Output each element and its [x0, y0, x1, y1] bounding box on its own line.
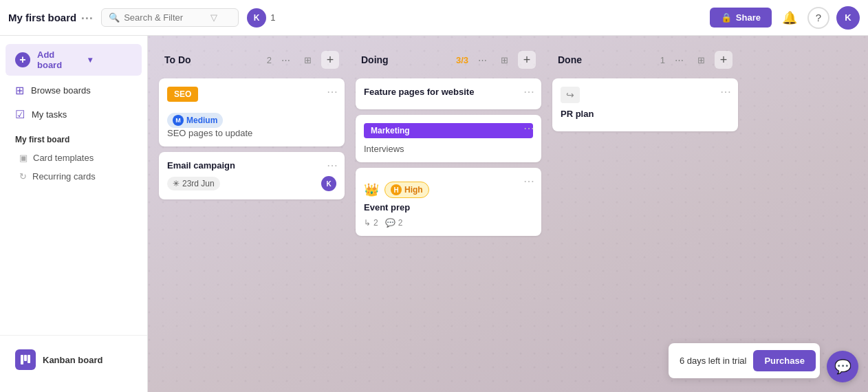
- svg-rect-2: [28, 355, 30, 363]
- sidebar-item-kanban-board[interactable]: Kanban board: [10, 344, 138, 375]
- card-templates-icon: ▣: [19, 153, 28, 163]
- board-section-label: My first board: [0, 127, 147, 149]
- column-done-menu-icon[interactable]: ⋯: [671, 52, 687, 68]
- recurring-cards-icon: ↻: [19, 171, 27, 182]
- card-marketing-menu-icon[interactable]: ⋯: [523, 122, 534, 135]
- board-title-menu-icon[interactable]: ⋯: [80, 10, 93, 25]
- column-doing-count: 3/3: [456, 55, 468, 65]
- column-done-add-button[interactable]: +: [715, 51, 733, 69]
- sidebar-item-my-tasks[interactable]: ☑ My tasks: [0, 102, 147, 127]
- card-seo-priority-badge: M Medium: [167, 113, 223, 128]
- chat-icon: 💬: [834, 358, 851, 375]
- link-icon: ↳: [364, 218, 371, 228]
- lock-icon: 🔒: [721, 12, 732, 23]
- add-board-button[interactable]: + Add board ▾: [6, 44, 142, 76]
- card-email-meta: ✳ 23rd Jun K: [167, 176, 336, 191]
- card-event-stats: ↳ 2 💬 2: [364, 218, 533, 228]
- sidebar-item-recurring-cards[interactable]: ↻ Recurring cards: [0, 167, 147, 186]
- my-tasks-icon: ☑: [15, 108, 25, 121]
- column-todo-title: To Do: [164, 54, 261, 65]
- search-input[interactable]: [124, 12, 206, 23]
- card-pr: ⋯ ↪ PR plan: [552, 78, 738, 131]
- browse-boards-label: Browse boards: [31, 85, 91, 96]
- help-button[interactable]: ?: [807, 7, 829, 29]
- medium-badge-icon: M: [173, 115, 184, 126]
- card-event-title: Event prep: [364, 202, 533, 213]
- kanban-board-label: Kanban board: [43, 355, 102, 365]
- member-count: 1: [270, 12, 275, 23]
- comment-icon: 💬: [385, 218, 395, 228]
- topbar-right: 🔒 Share 🔔 ? K: [710, 6, 860, 30]
- column-todo-view-icon[interactable]: ⊞: [299, 52, 316, 68]
- card-event-comments: 💬 2: [385, 218, 403, 228]
- recurring-cards-label: Recurring cards: [32, 171, 96, 182]
- user-avatar[interactable]: K: [836, 6, 860, 30]
- svg-rect-0: [21, 355, 23, 364]
- purchase-button[interactable]: Purchase: [753, 350, 816, 371]
- card-event-priority-badge: H High: [384, 182, 429, 198]
- trial-text: 6 days left in trial: [680, 356, 747, 366]
- card-pr-forward-icon: ↪: [561, 87, 580, 103]
- chat-bubble-button[interactable]: 💬: [827, 351, 858, 382]
- column-doing-header: Doing 3/3 ⋯ ⊞ +: [356, 47, 541, 73]
- kanban-icon: [15, 349, 36, 370]
- share-button[interactable]: 🔒 Share: [710, 8, 772, 28]
- card-email-title: Email campaign: [167, 160, 336, 171]
- card-seo-meta: M Medium: [167, 113, 336, 128]
- trial-bar: 6 days left in trial Purchase: [669, 343, 820, 378]
- column-todo-menu-icon[interactable]: ⋯: [277, 52, 294, 68]
- board-title-text: My first board: [8, 12, 76, 23]
- card-feature-title: Feature pages for website: [364, 87, 533, 97]
- add-board-label: Add board: [37, 50, 81, 70]
- column-doing-add-button[interactable]: +: [518, 51, 536, 69]
- card-email-avatar: K: [321, 176, 336, 191]
- notifications-button[interactable]: 🔔: [779, 7, 801, 29]
- card-seo-menu-icon[interactable]: ⋯: [327, 85, 338, 98]
- column-done-title: Done: [558, 54, 655, 65]
- card-event-meta: 👑 H High: [364, 182, 533, 198]
- sidebar-item-card-templates[interactable]: ▣ Card templates: [0, 149, 147, 167]
- sun-icon: ✳: [173, 179, 180, 188]
- member-avatars: K 1: [247, 8, 275, 28]
- column-todo: To Do 2 ⋯ ⊞ + ⋯ SEO M Medium: [159, 47, 345, 381]
- sidebar-item-browse-boards[interactable]: ⊞ Browse boards: [0, 78, 147, 102]
- card-feature-menu-icon[interactable]: ⋯: [523, 85, 534, 98]
- column-doing: Doing 3/3 ⋯ ⊞ + ⋯ Feature pages for webs…: [356, 47, 541, 381]
- sidebar-bottom: Kanban board: [0, 335, 147, 384]
- column-todo-count: 2: [267, 55, 272, 65]
- card-event: ⋯ 👑 H High Event prep ↳ 2: [356, 168, 541, 236]
- main-layout: + Add board ▾ ⊞ Browse boards ☑ My tasks…: [0, 36, 868, 392]
- card-event-links: ↳ 2: [364, 218, 378, 228]
- column-todo-header: To Do 2 ⋯ ⊞ +: [159, 47, 345, 73]
- plus-icon: +: [15, 52, 30, 67]
- column-todo-add-button[interactable]: +: [321, 51, 339, 69]
- board-area: To Do 2 ⋯ ⊞ + ⋯ SEO M Medium: [148, 36, 868, 392]
- card-marketing-body: Interviews: [364, 144, 533, 154]
- card-feature: ⋯ Feature pages for website: [356, 78, 541, 109]
- column-done: Done 1 ⋯ ⊞ + ⋯ ↪ PR plan: [552, 47, 738, 381]
- search-icon: 🔍: [109, 12, 120, 23]
- card-email: ⋯ Email campaign ✳ 23rd Jun K: [159, 152, 345, 199]
- column-doing-title: Doing: [361, 54, 451, 65]
- share-label: Share: [736, 12, 761, 23]
- card-seo-label: SEO: [167, 87, 198, 102]
- column-done-view-icon[interactable]: ⊞: [693, 52, 709, 68]
- column-doing-menu-icon[interactable]: ⋯: [474, 52, 490, 68]
- high-badge-icon: H: [391, 184, 402, 195]
- card-event-menu-icon[interactable]: ⋯: [523, 175, 534, 188]
- card-seo: ⋯ SEO M Medium SEO pages to update: [159, 78, 345, 146]
- card-pr-title: PR plan: [561, 109, 730, 119]
- svg-rect-1: [24, 355, 27, 361]
- chevron-down-icon: ▾: [88, 55, 132, 65]
- card-email-menu-icon[interactable]: ⋯: [327, 159, 338, 172]
- board-title: My first board ⋯: [8, 10, 93, 25]
- card-seo-body: SEO pages to update: [167, 128, 336, 138]
- column-done-count: 1: [660, 55, 665, 65]
- search-bar: 🔍 ▽: [101, 8, 239, 27]
- browse-boards-icon: ⊞: [15, 84, 24, 97]
- card-email-date-badge: ✳ 23rd Jun: [167, 177, 220, 190]
- card-pr-menu-icon[interactable]: ⋯: [720, 85, 731, 98]
- filter-icon[interactable]: ▽: [210, 12, 217, 23]
- column-doing-view-icon[interactable]: ⊞: [496, 52, 512, 68]
- sidebar: + Add board ▾ ⊞ Browse boards ☑ My tasks…: [0, 36, 148, 392]
